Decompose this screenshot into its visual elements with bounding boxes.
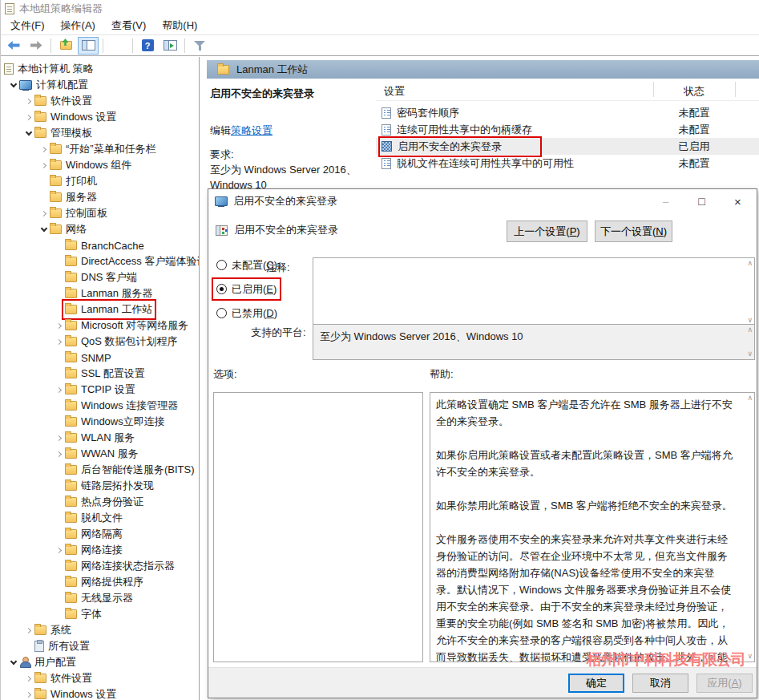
export-list-button[interactable]	[107, 37, 128, 55]
tree-item[interactable]: Windows立即连接	[1, 414, 199, 430]
settings-row[interactable]: 脱机文件在连续可用性共享中的可用性未配置	[376, 155, 759, 172]
tree-item[interactable]: 所有设置	[1, 638, 199, 654]
tree-item[interactable]: WLAN 服务	[1, 430, 199, 446]
menu-view[interactable]: 查看(V)	[105, 17, 152, 34]
tree-item[interactable]: 无线显示器	[1, 590, 199, 606]
supported-on-value: 至少为 Windows Server 2016、Windows 10	[320, 330, 523, 342]
chevron-right-icon[interactable]	[38, 164, 50, 168]
chevron-right-icon[interactable]	[53, 324, 65, 328]
tree-item[interactable]: Microsoft 对等网络服务	[1, 318, 199, 334]
scroll-up-icon[interactable]: ∧	[747, 326, 753, 334]
tree-item[interactable]: 网络连接	[1, 542, 199, 558]
forward-button[interactable]	[26, 37, 46, 55]
folder-icon	[50, 192, 62, 202]
edit-policy-link[interactable]: 策略设置	[231, 124, 273, 136]
radio-d[interactable]: 已禁用(D)	[216, 306, 277, 320]
tree-item[interactable]: 链路层拓扑发现	[1, 478, 199, 494]
radio-e[interactable]: 已启用(E)	[216, 282, 277, 296]
tree-item[interactable]: 软件设置	[1, 93, 199, 109]
back-button[interactable]	[3, 37, 24, 55]
help-button[interactable]: ?	[137, 37, 158, 55]
tree-item[interactable]: SSL 配置设置	[1, 366, 199, 382]
radio-selected-icon[interactable]	[216, 284, 227, 294]
tree-item[interactable]: 打印机	[1, 173, 199, 189]
tree-item[interactable]: 计算机配置	[1, 77, 199, 93]
tree-item[interactable]: 网络	[1, 221, 199, 237]
console-tree-button[interactable]	[78, 37, 99, 55]
scroll-down-icon[interactable]: ∨	[747, 653, 753, 660]
filter-button[interactable]	[189, 37, 210, 55]
chevron-down-icon[interactable]	[7, 662, 19, 664]
scroll-down-icon[interactable]: ∨	[747, 350, 753, 358]
chevron-right-icon[interactable]	[53, 436, 65, 440]
chevron-down-icon[interactable]	[7, 84, 19, 87]
tree-item[interactable]: Lanman 服务器	[1, 285, 199, 301]
tree-item[interactable]: DirectAccess 客户端体验设置	[1, 253, 199, 269]
menu-help[interactable]: 帮助(H)	[155, 17, 204, 34]
column-setting[interactable]: 设置	[384, 84, 405, 99]
tree-item[interactable]: Windows 设置	[1, 109, 199, 125]
tree-item[interactable]: 管理模板	[1, 125, 199, 141]
column-separator[interactable]	[735, 82, 736, 97]
chevron-right-icon[interactable]	[22, 629, 34, 633]
scroll-down-icon[interactable]: ∨	[747, 317, 753, 324]
tree-item[interactable]: 软件设置	[1, 670, 199, 686]
chevron-right-icon[interactable]	[22, 677, 34, 681]
apply-button[interactable]: 应用(A)	[696, 674, 753, 693]
tree-item[interactable]: 网络隔离	[1, 526, 199, 542]
previous-setting-button[interactable]: 上一个设置(P)	[507, 221, 587, 242]
tree-item[interactable]: 控制面板	[1, 205, 199, 221]
settings-row[interactable]: 连续可用性共享中的句柄缓存未配置	[376, 121, 759, 138]
tree-item[interactable]: 网络提供程序	[1, 574, 199, 590]
tree-item[interactable]: 本地计算机 策略	[1, 61, 199, 77]
ok-button[interactable]: 确定	[568, 674, 624, 693]
chevron-right-icon[interactable]	[53, 452, 65, 456]
close-button[interactable]: ×	[720, 190, 756, 212]
extended-pane-button[interactable]	[159, 37, 180, 55]
tree-item[interactable]: 脱机文件	[1, 510, 199, 526]
chevron-right-icon[interactable]	[53, 548, 65, 552]
chevron-right-icon[interactable]	[53, 388, 65, 392]
column-status[interactable]: 状态	[653, 84, 735, 99]
menu-action[interactable]: 操作(A)	[55, 17, 102, 34]
chevron-right-icon[interactable]	[38, 212, 50, 216]
tree-item[interactable]: Windows 设置	[1, 686, 199, 700]
minimize-button[interactable]: –	[648, 190, 684, 212]
tree-item[interactable]: WWAN 服务	[1, 446, 199, 462]
tree-item[interactable]: Windows 连接管理器	[1, 398, 199, 414]
tree-item[interactable]: “开始”菜单和任务栏	[1, 141, 199, 157]
radio-icon[interactable]	[216, 308, 227, 318]
tree-item[interactable]: 字体	[1, 606, 199, 622]
chevron-right-icon[interactable]	[22, 115, 34, 119]
maximize-button[interactable]: □	[684, 190, 720, 212]
tree-item[interactable]: 服务器	[1, 189, 199, 205]
folder-up-button[interactable]	[55, 37, 76, 55]
radio-icon[interactable]	[216, 260, 227, 270]
chevron-down-icon[interactable]	[38, 229, 50, 231]
tree-item[interactable]: 后台智能传送服务(BITS)	[1, 462, 199, 478]
chevron-right-icon[interactable]	[38, 148, 50, 152]
next-setting-button[interactable]: 下一个设置(N)	[595, 221, 672, 242]
menu-file[interactable]: 文件(F)	[4, 17, 51, 34]
tree-item[interactable]: BranchCache	[1, 237, 199, 253]
chevron-right-icon[interactable]	[22, 99, 34, 103]
tree-item[interactable]: DNS 客户端	[1, 269, 199, 285]
chevron-down-icon[interactable]	[22, 132, 34, 135]
tree-item-lanman-workstation[interactable]: Lanman 工作站	[1, 301, 199, 318]
tree-item[interactable]: Windows 组件	[1, 157, 199, 173]
tree-item[interactable]: 网络连接状态指示器	[1, 558, 199, 574]
scroll-up-icon[interactable]: ∧	[747, 260, 753, 267]
tree-item[interactable]: TCPIP 设置	[1, 382, 199, 398]
chevron-right-icon[interactable]	[53, 340, 65, 344]
tree-item[interactable]: QoS 数据包计划程序	[1, 334, 199, 350]
chevron-right-icon[interactable]	[22, 693, 34, 697]
tree-item[interactable]: 用户配置	[1, 654, 199, 670]
cancel-button[interactable]: 取消	[632, 674, 688, 693]
settings-row-insecure-guest[interactable]: 启用不安全的来宾登录已启用	[376, 138, 759, 155]
comment-textarea[interactable]: ∧ ∨	[313, 257, 755, 326]
tree-item[interactable]: SNMP	[1, 350, 199, 366]
scroll-up-icon[interactable]: ∧	[747, 395, 753, 402]
tree-item[interactable]: 系统	[1, 622, 199, 638]
settings-row[interactable]: 密码套件顺序未配置	[376, 104, 759, 121]
tree-item[interactable]: 热点身份验证	[1, 494, 199, 510]
